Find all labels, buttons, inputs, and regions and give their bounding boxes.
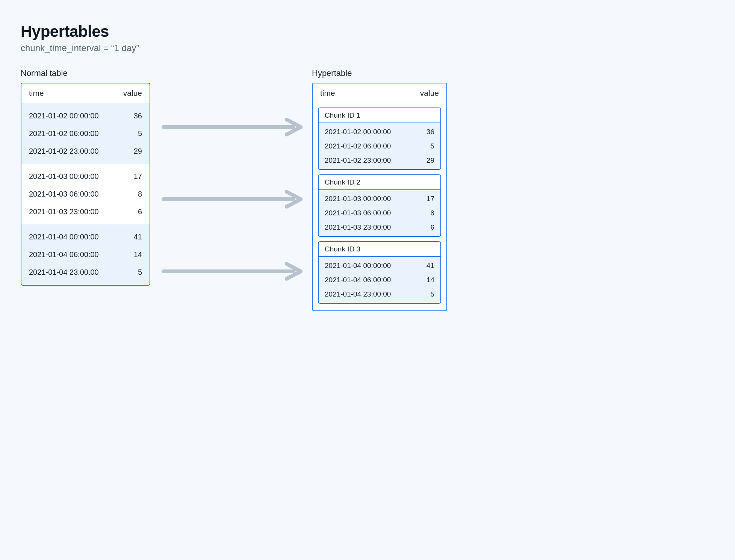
chunk: Chunk ID 22021-01-03 00:00:00172021-01-0… [318, 174, 441, 237]
cell-value: 5 [138, 268, 142, 277]
cell-time: 2021-01-04 00:00:00 [29, 233, 99, 241]
cell-value: 41 [426, 262, 434, 270]
cell-value: 5 [138, 129, 142, 138]
arrow-right-icon [162, 93, 304, 161]
table-row: 2021-01-04 23:00:005 [319, 287, 440, 301]
col-value-header: value [123, 89, 142, 98]
cell-value: 6 [430, 223, 434, 232]
cell-value: 14 [134, 250, 142, 259]
col-value-header: value [420, 89, 439, 98]
table-row: 2021-01-02 06:00:005 [21, 125, 150, 142]
arrows-column [150, 68, 312, 311]
cell-value: 6 [138, 207, 142, 216]
cell-value: 29 [134, 147, 142, 156]
cell-value: 14 [426, 276, 434, 284]
cell-value: 36 [426, 128, 434, 136]
normal-table-column: Normal table time value 2021-01-02 00:00… [21, 68, 150, 311]
hypertable: time value Chunk ID 12021-01-02 00:00:00… [312, 83, 447, 311]
chunk: Chunk ID 12021-01-02 00:00:00362021-01-0… [318, 107, 441, 170]
normal-table: time value 2021-01-02 00:00:00362021-01-… [21, 83, 150, 286]
cell-time: 2021-01-04 06:00:00 [325, 276, 391, 284]
hypertable-column: Hypertable time value Chunk ID 12021-01-… [312, 68, 447, 311]
cell-value: 5 [430, 290, 434, 298]
table-row: 2021-01-03 00:00:0017 [319, 192, 440, 206]
table-row: 2021-01-03 23:00:006 [21, 203, 150, 221]
cell-time: 2021-01-03 23:00:00 [325, 223, 391, 232]
chunk-header: Chunk ID 1 [319, 108, 440, 123]
table-row: 2021-01-04 00:00:0041 [319, 259, 440, 273]
cell-time: 2021-01-02 06:00:00 [325, 142, 391, 150]
table-group: 2021-01-02 00:00:00362021-01-02 06:00:00… [21, 103, 150, 164]
cell-time: 2021-01-02 00:00:00 [325, 128, 391, 136]
table-row: 2021-01-02 00:00:0036 [319, 125, 440, 139]
hypertable-label: Hypertable [312, 68, 447, 78]
table-group: 2021-01-03 00:00:00172021-01-03 06:00:00… [21, 164, 150, 224]
cell-time: 2021-01-02 23:00:00 [29, 147, 99, 156]
cell-time: 2021-01-04 00:00:00 [325, 262, 391, 270]
table-row: 2021-01-04 23:00:005 [21, 263, 150, 281]
cell-value: 41 [134, 233, 142, 241]
cell-time: 2021-01-03 06:00:00 [29, 190, 99, 198]
cell-time: 2021-01-03 00:00:00 [29, 172, 99, 181]
normal-table-label: Normal table [21, 68, 150, 78]
cell-time: 2021-01-04 23:00:00 [325, 290, 391, 298]
chunk-header: Chunk ID 2 [319, 175, 440, 190]
arrow-right-icon [162, 238, 304, 305]
chunk-body: 2021-01-02 00:00:00362021-01-02 06:00:00… [319, 123, 440, 169]
table-row: 2021-01-03 23:00:006 [319, 220, 440, 235]
chunk-body: 2021-01-04 00:00:00412021-01-04 06:00:00… [319, 257, 440, 303]
chunk: Chunk ID 32021-01-04 00:00:00412021-01-0… [318, 241, 441, 304]
cell-value: 17 [426, 195, 434, 203]
table-header: time value [313, 83, 446, 103]
cell-time: 2021-01-02 23:00:00 [325, 156, 391, 165]
cell-value: 8 [430, 209, 434, 217]
table-row: 2021-01-02 23:00:0029 [319, 153, 440, 168]
cell-value: 5 [430, 142, 434, 150]
table-header: time value [21, 83, 150, 103]
table-row: 2021-01-02 00:00:0036 [21, 107, 150, 125]
cell-time: 2021-01-03 06:00:00 [325, 209, 391, 217]
cell-value: 17 [134, 172, 142, 181]
table-row: 2021-01-04 06:00:0014 [21, 246, 150, 263]
table-row: 2021-01-02 23:00:0029 [21, 142, 150, 160]
page-title: Hypertables [21, 23, 447, 41]
table-row: 2021-01-04 06:00:0014 [319, 273, 440, 287]
table-group: 2021-01-04 00:00:00412021-01-04 06:00:00… [21, 224, 150, 285]
cell-value: 29 [426, 156, 434, 165]
col-time-header: time [320, 89, 335, 98]
table-row: 2021-01-04 00:00:0041 [21, 228, 150, 246]
chunk-body: 2021-01-03 00:00:00172021-01-03 06:00:00… [319, 190, 440, 236]
table-row: 2021-01-02 06:00:005 [319, 139, 440, 153]
page-subtitle: chunk_time_interval = “1 day” [21, 43, 447, 53]
table-row: 2021-01-03 06:00:008 [21, 185, 150, 203]
cell-time: 2021-01-04 23:00:00 [29, 268, 99, 277]
diagram-row: Normal table time value 2021-01-02 00:00… [21, 68, 447, 311]
cell-time: 2021-01-02 06:00:00 [29, 129, 99, 138]
col-time-header: time [29, 89, 44, 98]
cell-value: 36 [134, 112, 142, 120]
cell-time: 2021-01-02 00:00:00 [29, 112, 99, 120]
cell-time: 2021-01-03 00:00:00 [325, 195, 391, 203]
table-row: 2021-01-03 06:00:008 [319, 206, 440, 220]
arrow-right-icon [162, 165, 304, 233]
cell-time: 2021-01-04 06:00:00 [29, 250, 99, 259]
table-row: 2021-01-03 00:00:0017 [21, 168, 150, 185]
cell-time: 2021-01-03 23:00:00 [29, 207, 99, 216]
cell-value: 8 [138, 190, 142, 198]
chunk-header: Chunk ID 3 [319, 242, 440, 257]
